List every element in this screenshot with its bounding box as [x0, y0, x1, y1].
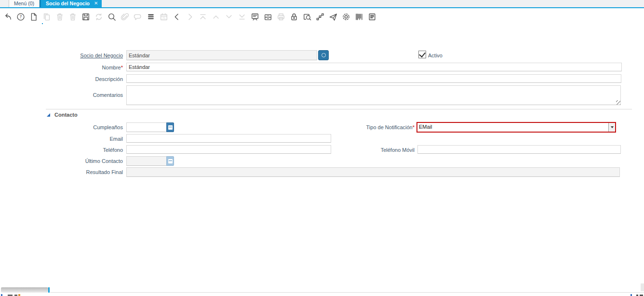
activo-label: Activo [428, 52, 443, 59]
undo-icon[interactable] [3, 12, 13, 22]
refresh-icon [94, 12, 104, 22]
calendar-glyph-icon [168, 159, 173, 163]
copy-record-icon [42, 12, 52, 22]
telefono-label: Teléfono [46, 147, 123, 153]
workflow-icon[interactable] [315, 12, 325, 22]
form-area: Socio del Negocio Activo Nombre* Descrip… [0, 24, 644, 288]
zoom-across-icon[interactable] [302, 12, 312, 22]
print-icon [276, 12, 286, 22]
calendar-glyph-icon [168, 125, 173, 130]
first-record-icon [198, 12, 208, 22]
chevron-down-icon [611, 126, 614, 128]
detail-tab-icon [185, 12, 195, 22]
ultimo-contacto-label: Último Contacto [46, 158, 123, 164]
telefono-movil-label: Teléfono Móvil [337, 147, 415, 153]
telefono-movil-field[interactable] [417, 145, 621, 154]
tipo-notificacion-label: Tipo de Notificación* [337, 124, 415, 131]
status-bar-divider [50, 292, 644, 293]
preferences-icon[interactable] [341, 12, 351, 22]
tab-menu-label: Menú (0) [14, 0, 34, 6]
resultado-final-field [126, 167, 620, 177]
ultimo-contacto-field [126, 156, 167, 166]
bottom-accent-tick [48, 287, 50, 293]
textarea-resize-grip[interactable] [616, 100, 620, 105]
scrollbar-corner [641, 283, 644, 291]
toolbar: ?31 [0, 9, 644, 24]
nombre-field[interactable] [126, 63, 622, 71]
calendar-icon: 31 [159, 12, 169, 22]
comentarios-field[interactable] [126, 85, 621, 105]
archive-icon[interactable] [263, 12, 273, 22]
email-label: Email [46, 135, 123, 142]
next-record-icon [224, 12, 234, 22]
descripcion-label: Descripción [46, 76, 123, 82]
svg-text:?: ? [20, 14, 22, 19]
detail-records-icon[interactable] [250, 12, 260, 22]
resultado-final-label: Resultado Final [46, 169, 123, 175]
descripcion-field[interactable] [126, 74, 621, 83]
contacto-section-header[interactable]: Contacto [47, 112, 78, 118]
tab-socio-del-negocio[interactable]: Socio del Negocio ✕ [40, 0, 102, 7]
tab-socio-label: Socio del Negocio [46, 0, 90, 6]
tipo-notificacion-value: EMail [417, 123, 608, 132]
socio-del-negocio-field [126, 50, 317, 60]
new-record-icon[interactable] [29, 12, 39, 22]
help-icon[interactable]: ? [16, 12, 26, 22]
delete-record-icon [55, 12, 65, 22]
bottom-scroll-thumb[interactable] [1, 287, 48, 293]
last-record-icon [237, 12, 247, 22]
cumpleanos-calendar-button[interactable] [166, 122, 174, 132]
section-separator [46, 109, 632, 109]
collapse-triangle-icon [47, 113, 50, 117]
previous-record-icon [211, 12, 221, 22]
close-tab-icon[interactable]: ✕ [94, 0, 98, 6]
record-info-button[interactable] [318, 50, 329, 60]
save-icon[interactable] [81, 12, 91, 22]
attachment-icon [120, 12, 130, 22]
grid-toggle-icon[interactable] [146, 12, 156, 22]
svg-text:31: 31 [162, 16, 166, 19]
tipo-notificacion-required-mark: * [413, 124, 415, 130]
comentarios-label: Comentarios [46, 92, 123, 98]
socio-del-negocio-label[interactable]: Socio del Negocio [46, 52, 123, 59]
lock-icon[interactable] [289, 12, 299, 22]
telefono-field[interactable] [126, 145, 331, 154]
nombre-label: Nombre* [46, 64, 123, 71]
tipo-notificacion-dropdown[interactable]: EMail [416, 122, 616, 133]
send-icon[interactable] [328, 12, 338, 22]
activo-checkbox[interactable] [418, 51, 426, 58]
parent-tab-icon[interactable] [172, 12, 182, 22]
nombre-label-text: Nombre [102, 65, 121, 70]
contacto-section-label: Contacto [54, 112, 78, 118]
socio-label-text: Socio del Negocio [80, 53, 123, 58]
email-field[interactable] [126, 134, 331, 143]
cumpleanos-field[interactable] [126, 122, 167, 132]
nombre-required-mark: * [121, 65, 123, 70]
cumpleanos-label: Cumpleaños [46, 124, 123, 131]
chat-icon [133, 12, 143, 22]
window-tab-strip: Menú (0) Socio del Negocio ✕ [0, 0, 644, 8]
ultimo-contacto-calendar-button [166, 156, 174, 166]
find-icon[interactable] [107, 12, 117, 22]
tipo-notificacion-label-text: Tipo de Notificación [366, 124, 413, 130]
record-info-icon [322, 53, 326, 57]
barcode-icon[interactable] [354, 12, 364, 22]
dropdown-button[interactable] [608, 123, 615, 132]
delete-selection-icon [68, 12, 78, 22]
tab-menu[interactable]: Menú (0) [9, 0, 40, 7]
report-icon[interactable] [367, 12, 377, 22]
